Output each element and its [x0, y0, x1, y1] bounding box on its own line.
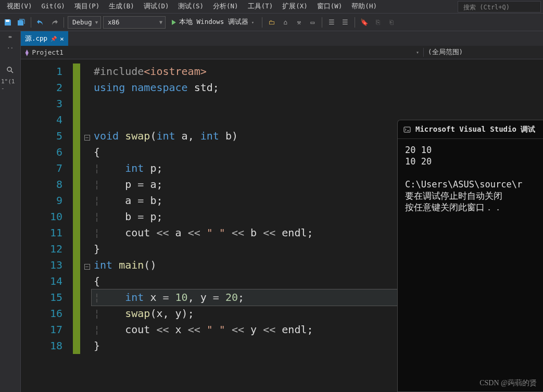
save-icon[interactable]: [2, 17, 14, 28]
tabstrip: 源.cpp 📌 ×: [21, 31, 543, 46]
undo-icon[interactable]: [35, 17, 46, 28]
svg-rect-3: [404, 127, 410, 132]
fold-toggle[interactable]: −: [84, 264, 90, 270]
chevron-down-icon: ▾: [416, 49, 419, 55]
code-line[interactable]: [92, 96, 543, 112]
separator: [64, 17, 64, 28]
window-icon[interactable]: ▭: [307, 17, 318, 28]
menu-item[interactable]: Git(G): [37, 1, 70, 11]
console-output: 20 10 10 20 C:\Users\ASUS\source\r 要在调试停…: [398, 139, 543, 218]
outdent-icon[interactable]: ☰: [339, 17, 351, 28]
start-label: 本地 Windows 调试器: [179, 18, 248, 27]
menubar: 视图(V)Git(G)项目(P)生成(B)调试(D)测试(S)分析(N)工具(T…: [0, 0, 543, 14]
menu-item[interactable]: 生成(B): [104, 1, 139, 11]
separator: [355, 17, 355, 28]
project-icon: ⧫: [25, 48, 29, 56]
start-debug-button[interactable]: 本地 Windows 调试器▾: [168, 16, 258, 29]
menu-item[interactable]: 窗口(W): [312, 1, 347, 11]
redo-icon[interactable]: [48, 17, 60, 28]
platform-dropdown[interactable]: x86▼: [103, 16, 166, 29]
menu-item[interactable]: 帮助(H): [347, 1, 382, 11]
rail-search-icon[interactable]: [7, 67, 14, 74]
console-icon: [403, 125, 411, 134]
platform-label: x86: [108, 18, 120, 26]
console-titlebar[interactable]: Microsoft Visual Studio 调试: [398, 120, 543, 139]
menu-item[interactable]: 测试(S): [173, 1, 208, 11]
config-dropdown[interactable]: Debug▼: [68, 16, 101, 29]
project-name: Project1: [32, 48, 64, 56]
fold-gutter: −−: [80, 59, 92, 392]
config-label: Debug: [72, 18, 92, 26]
tab-title: 源.cpp: [25, 34, 47, 43]
project-selector[interactable]: ⧫ Project1 ▾: [21, 48, 423, 56]
line-number-gutter: 123456789101112131415161718: [21, 59, 73, 392]
pin-icon[interactable]: ⇴: [8, 33, 12, 40]
nav-bar: ⧫ Project1 ▾ (全局范围): [21, 46, 543, 59]
watermark: CSDN @蒟蒻的贤: [479, 378, 537, 388]
menu-item[interactable]: 扩展(X): [277, 1, 312, 11]
bookmark-icon[interactable]: 🔖: [359, 17, 370, 28]
menu-item[interactable]: 项目(P): [70, 1, 105, 11]
console-title-text: Microsoft Visual Studio 调试: [415, 125, 535, 134]
svg-line-2: [11, 71, 13, 73]
folder-icon[interactable]: 🗀: [266, 17, 277, 28]
close-icon[interactable]: ×: [60, 35, 64, 43]
code-line[interactable]: #include<iostream>: [92, 64, 543, 80]
debug-console: Microsoft Visual Studio 调试 20 10 10 20 C…: [397, 120, 543, 392]
separator: [262, 17, 262, 28]
comment-icon[interactable]: ⎘: [372, 17, 384, 28]
uncomment-icon[interactable]: ⎗: [386, 17, 397, 28]
separator: [31, 17, 31, 28]
code-line[interactable]: using namespace std;: [92, 80, 543, 96]
rail-dots: ..: [7, 43, 14, 50]
separator: [322, 17, 322, 28]
menu-item[interactable]: 调试(D): [139, 1, 174, 11]
toolbox-icon[interactable]: ⚒: [293, 17, 305, 28]
pin-icon[interactable]: 📌: [50, 36, 57, 42]
file-tab[interactable]: 源.cpp 📌 ×: [21, 31, 68, 46]
save-all-icon[interactable]: [16, 17, 27, 28]
scope-label: (全局范围): [428, 48, 463, 57]
left-rail: ⇴ .. 1"(1 -: [0, 31, 21, 392]
toolbar: Debug▼ x86▼ 本地 Windows 调试器▾ 🗀 ⌂ ⚒ ▭ ☰ ☰ …: [0, 14, 543, 31]
svg-rect-0: [6, 20, 9, 22]
fold-toggle[interactable]: −: [84, 135, 90, 141]
menu-item[interactable]: 视图(V): [2, 1, 37, 11]
rail-text: 1"(1 -: [0, 77, 20, 93]
home-icon[interactable]: ⌂: [280, 17, 291, 28]
change-marker: [73, 64, 80, 354]
indent-icon[interactable]: ☰: [326, 17, 337, 28]
svg-point-1: [7, 67, 11, 71]
play-icon: [172, 20, 176, 25]
menu-item[interactable]: 分析(N): [208, 1, 243, 11]
search-box[interactable]: 搜索 (Ctrl+Q): [458, 1, 541, 12]
scope-selector[interactable]: (全局范围): [423, 48, 543, 57]
menu-item[interactable]: 工具(T): [243, 1, 278, 11]
